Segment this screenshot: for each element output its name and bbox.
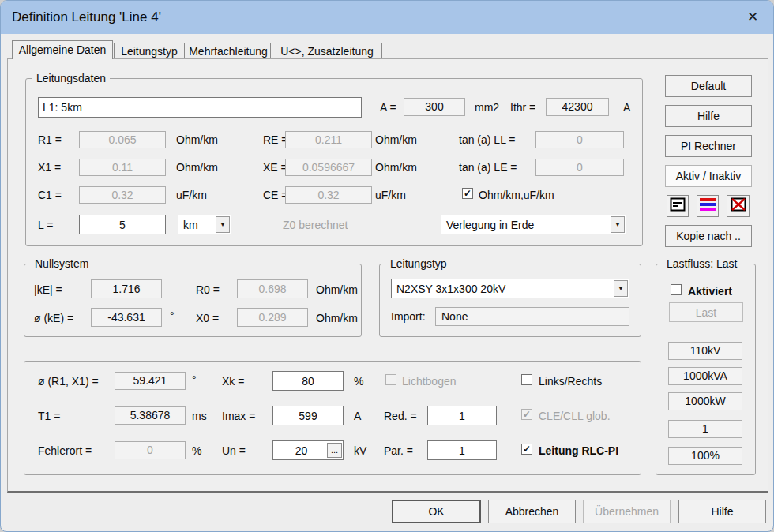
tan-le-value-box: 0: [535, 159, 624, 176]
last-factor-box: 1: [668, 420, 742, 438]
leitung-rlc-pi-checkbox[interactable]: ✓: [521, 444, 532, 455]
tab-leitungstyp[interactable]: Leitungstyp: [114, 43, 185, 59]
x1-unit-label: Ohm/km: [176, 161, 218, 174]
t1-value-box: 5.38678: [115, 406, 186, 425]
group-leitungstyp: Leitungstyp N2XSY 3x1x300 20kV ▼ Import:…: [379, 264, 641, 337]
verlegung-select[interactable]: Verlegung in Erde ▼: [441, 215, 626, 234]
par-label: Par. =: [384, 444, 413, 457]
phike-label: ø (kE) =: [34, 312, 73, 324]
text-label-icon: [670, 197, 686, 215]
phike-unit-label: °: [170, 309, 175, 322]
tab-allgemeine-daten[interactable]: Allgemeine Daten: [12, 40, 113, 59]
aktiv-inaktiv-button[interactable]: Aktiv / Inaktiv: [665, 165, 752, 187]
group-nullsystem: Nullsystem |kE| = 1.716 R0 = 0.698 Ohm/k…: [24, 264, 362, 337]
leitungstyp-selected: N2XSY 3x1x300 20kV: [396, 279, 505, 298]
t1-label: T1 =: [38, 410, 60, 422]
imax-input[interactable]: [272, 406, 344, 425]
ithr-unit-label: A: [623, 101, 630, 114]
ok-button[interactable]: OK: [392, 500, 481, 523]
pi-rechner-button[interactable]: PI Rechner: [665, 135, 752, 157]
chevron-down-icon[interactable]: ▼: [611, 216, 625, 233]
kopie-nach-button[interactable]: Kopie nach ..: [665, 225, 752, 247]
phike-value-box: -43.631: [91, 308, 162, 327]
t1-unit-label: ms: [192, 410, 207, 422]
titlebar: Definition Leitung 'Line 4' ✕: [1, 1, 773, 34]
z0-berechnet-label: Z0 berechnet: [283, 219, 348, 231]
c1-label: C1 =: [38, 189, 62, 201]
xe-label: XE =: [263, 161, 287, 174]
tab-mehrfachleitung[interactable]: Mehrfachleitung: [186, 43, 271, 59]
hilfe-side-button[interactable]: Hilfe: [665, 105, 752, 127]
cle-cll-checkbox: ✓: [521, 409, 532, 420]
area-value-box: 300: [404, 98, 465, 116]
r0-value-box: 0.698: [237, 279, 308, 298]
line-name-input[interactable]: [38, 97, 362, 118]
r0-unit-label: Ohm/km: [316, 283, 358, 296]
c1-value-box: 0.32: [79, 186, 166, 204]
last-voltage-box: 110kV: [668, 342, 742, 360]
dialog-window: Definition Leitung 'Line 4' ✕ Allgemeine…: [0, 0, 774, 532]
xk-unit-label: %: [354, 375, 363, 388]
leitung-rlc-pi-checkbox-label: Leitung RLC-PI: [539, 444, 618, 457]
area-label: A =: [380, 101, 396, 114]
un-unit-label: kV: [354, 444, 366, 457]
delete-x-icon: [731, 197, 746, 215]
line-color-button[interactable]: [697, 195, 719, 217]
hilfe-button[interactable]: Hilfe: [678, 500, 766, 523]
x1-label: X1 =: [38, 161, 61, 174]
aktiviert-checkbox[interactable]: [671, 284, 682, 295]
tab-page: Leitungsdaten A = 300 mm2 Ithr = 42300 A…: [7, 58, 768, 493]
tan-ll-value-box: 0: [535, 131, 624, 148]
last-kw-box: 1000kW: [668, 392, 742, 410]
ithr-value-box: 42300: [546, 98, 609, 116]
xk-input[interactable]: [272, 371, 344, 391]
import-value-box: None: [435, 307, 629, 326]
color-bars-icon: [700, 197, 716, 215]
window-title: Definition Leitung 'Line 4': [12, 1, 161, 34]
x0-value-box: 0.289: [237, 308, 308, 327]
line-label-button[interactable]: [667, 195, 689, 217]
group-leitungsdaten-legend: Leitungsdaten: [32, 72, 110, 84]
links-rechts-checkbox[interactable]: [521, 374, 532, 385]
red-input[interactable]: [427, 406, 497, 425]
imax-label: Imax =: [222, 410, 255, 422]
last-button: Last: [669, 302, 743, 322]
delete-line-button[interactable]: [727, 195, 750, 217]
length-unit-select[interactable]: km ▼: [178, 215, 231, 234]
ke-value-box: 1.716: [91, 279, 162, 298]
re-value-box: 0.211: [285, 131, 372, 148]
r1-label: R1 =: [38, 133, 62, 146]
ce-unit-label: uF/km: [375, 189, 406, 201]
length-label: L =: [38, 219, 53, 231]
abbrechen-button[interactable]: Abbrechen: [488, 500, 576, 523]
default-button[interactable]: Default: [665, 75, 752, 97]
fehlerort-value-box: 0: [115, 441, 186, 459]
un-label: Un =: [222, 444, 246, 457]
xe-value-box: 0.0596667: [285, 159, 372, 176]
cle-cll-checkbox-label: CLE/CLL glob.: [539, 410, 611, 422]
leitungstyp-select[interactable]: N2XSY 3x1x300 20kV ▼: [391, 279, 629, 298]
phi-r1x1-label: ø (R1, X1) =: [38, 375, 99, 388]
x0-label: X0 =: [196, 312, 219, 324]
length-unit-selected: km: [183, 215, 198, 234]
group-lastfluss-legend: Lastfluss: Last: [663, 257, 742, 270]
group-leitungsdaten: Leitungsdaten A = 300 mm2 Ithr = 42300 A…: [25, 78, 643, 246]
close-icon[interactable]: ✕: [742, 7, 764, 28]
un-browse-button[interactable]: ...: [327, 443, 342, 458]
length-input[interactable]: [79, 215, 166, 234]
x1-value-box: 0.11: [79, 159, 166, 176]
r1-value-box: 0.065: [79, 131, 166, 148]
par-input[interactable]: [427, 440, 497, 460]
phi-r1x1-value-box: 59.421: [115, 372, 186, 390]
fehlerort-label: Fehlerort =: [38, 444, 92, 457]
chevron-down-icon[interactable]: ▼: [216, 216, 230, 233]
last-kva-box: 1000kVA: [668, 367, 742, 385]
aktiviert-checkbox-label: Aktiviert: [688, 285, 732, 298]
ohmkm-checkbox[interactable]: ✓: [462, 188, 473, 199]
ce-label: CE =: [263, 189, 288, 201]
tab-zusatzleitung[interactable]: U<>, Zusatzleitung: [272, 43, 382, 59]
red-label: Red. =: [384, 410, 417, 422]
group-nullsystem-legend: Nullsystem: [31, 257, 92, 270]
chevron-down-icon[interactable]: ▼: [614, 280, 628, 297]
ce-value-box: 0.32: [285, 186, 372, 204]
